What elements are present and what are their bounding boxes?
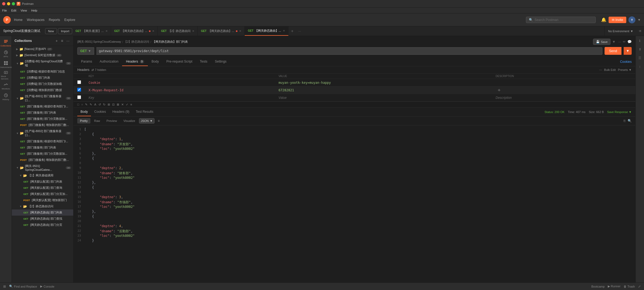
format-tab-raw[interactable]: Raw xyxy=(92,118,103,124)
header-checkbox-2[interactable] xyxy=(77,88,81,92)
toolbar-btn-12[interactable]: ✓ xyxy=(126,103,128,106)
add-tab-button[interactable]: + xyxy=(288,29,296,34)
nav-home[interactable]: Home xyxy=(14,18,23,22)
sidebar-item-mock-servers[interactable]: Mock Servers xyxy=(1,70,11,80)
send-dropdown-button[interactable]: ▼ xyxy=(624,47,632,55)
format-tab-preview[interactable]: Preview xyxy=(104,118,120,124)
avatar[interactable]: Y xyxy=(628,16,635,23)
list-item[interactable]: GET [消费端] 部门列表 xyxy=(12,75,73,81)
bulk-edit-button[interactable]: Bulk Edit xyxy=(604,68,616,71)
list-item[interactable]: GET [部门微服务] 根据ID查询部门I... xyxy=(12,103,73,110)
tab-settings[interactable]: Settings xyxy=(211,57,230,66)
toolbar-btn-1[interactable]: □ xyxy=(77,103,79,106)
tab-authorization[interactable]: Authorization xyxy=(96,57,122,66)
presets-button[interactable]: Presets ▼ xyxy=(618,68,632,71)
sidebar-item-history[interactable]: History xyxy=(1,92,11,102)
toolbar-btn-5[interactable]: A xyxy=(94,103,96,106)
toolbar-btn-10[interactable]: ⊠ xyxy=(117,103,119,106)
list-item[interactable]: ▼ 📂 [生产端-8001] 部门微服务接口... 38 xyxy=(12,93,73,103)
rail-button-resize[interactable]: ↕ xyxy=(636,63,644,70)
tab-headers[interactable]: Headers 9 xyxy=(122,57,148,66)
list-item[interactable]: ▼ 📂 【2】静态路由访问 xyxy=(12,203,73,209)
tab-close-4[interactable]: ✕ xyxy=(239,30,241,32)
list-item[interactable]: GET [消费端] 根据ID查询部门信息 xyxy=(12,68,73,75)
bootcamp-button[interactable]: Bootcamp xyxy=(591,285,605,288)
new-header-key[interactable]: Key xyxy=(89,96,94,100)
more-options-button[interactable]: ··· xyxy=(65,38,71,44)
list-item[interactable]: GET [部门微服务] 根据ID查询部门I... xyxy=(12,138,73,144)
list-item[interactable]: GET [网关静态路由] 部门查找 xyxy=(12,216,73,222)
toolbar-btn-11[interactable]: ✕ xyxy=(121,103,124,106)
format-type-selector[interactable]: JSON ▼ xyxy=(139,118,155,124)
list-item[interactable]: ▼ 📂 [生产端-8002] 部门微服务接口... 38 xyxy=(12,128,73,138)
maximize-button[interactable] xyxy=(12,2,15,5)
header-checkbox-new[interactable] xyxy=(77,95,81,99)
filter-button[interactable]: ≡ xyxy=(60,38,64,44)
response-tab-body[interactable]: Body xyxy=(77,108,91,116)
comment-icon[interactable]: 💬 xyxy=(627,40,632,44)
toolbar-btn-3[interactable]: ✎ xyxy=(85,103,87,106)
rail-button-info[interactable]: ℹ xyxy=(636,37,644,45)
toolbar-btn-4[interactable]: ✎ xyxy=(90,103,92,106)
toolbar-btn-2[interactable]: ○ xyxy=(81,103,83,106)
chevron-down-icon[interactable]: ▼ xyxy=(638,18,641,22)
invite-button[interactable]: ✉ Invite xyxy=(609,17,626,23)
tab-4[interactable]: GET 【网关静态路由】... ✕ xyxy=(198,26,245,36)
runner-button[interactable]: ▶ Runner xyxy=(608,285,620,288)
save-response-button[interactable]: Save Response ▼ xyxy=(607,110,632,114)
more-options-icon[interactable]: ··· xyxy=(618,40,621,44)
tab-params[interactable]: Params xyxy=(77,57,96,66)
list-item[interactable]: POST [部门微服务] 增加新的部门数... xyxy=(12,157,73,163)
response-tab-cookies[interactable]: Cookies xyxy=(91,108,109,116)
list-item[interactable]: GET [部门微服务] 部门分页数据加... xyxy=(12,116,73,122)
toolbar-btn-9[interactable]: ⊡ xyxy=(112,103,115,106)
cookies-link[interactable]: Cookies xyxy=(620,60,632,64)
new-header-value[interactable]: Value xyxy=(279,96,287,100)
filter-icon[interactable]: ≡ xyxy=(158,119,160,123)
tab-5[interactable]: GET 【网关静态路由】... ✕ xyxy=(245,26,288,36)
list-item[interactable]: GET [部门微服务] 部门列表 xyxy=(12,110,73,116)
console-button[interactable]: ▶ Console xyxy=(40,285,54,288)
list-item[interactable]: GET [部门微服务] 部门分页数据加... xyxy=(12,151,73,157)
url-input[interactable] xyxy=(96,47,603,55)
new-button[interactable]: New xyxy=(45,28,57,34)
tab-tests[interactable]: Tests xyxy=(196,57,211,66)
rail-button-upload[interactable]: ⬆ xyxy=(636,46,644,53)
tab-1[interactable]: GET 【网关-配置】... ✕ xyxy=(72,26,111,36)
list-item[interactable]: GET [部门微服务] 部门列表 xyxy=(12,144,73,151)
sidebar-item-monitors[interactable]: Monitors xyxy=(1,81,11,91)
close-button[interactable] xyxy=(2,2,5,5)
menu-view[interactable]: View xyxy=(21,9,27,12)
response-code-area[interactable]: 1[ 2 { 3 "deptno": 1, 4 "dname": "开发部", … xyxy=(74,125,635,282)
bottom-icon-expand[interactable]: ⤢ xyxy=(638,285,641,288)
copy-response-button[interactable]: ⎘ xyxy=(624,119,625,123)
list-item[interactable]: GET [网关静态路由] 部门列表 xyxy=(12,209,73,216)
new-header-desc[interactable]: Description xyxy=(496,96,512,100)
header-checkbox-1[interactable] xyxy=(77,80,81,84)
list-item[interactable]: GET [网关默认配置] 部门分页加... xyxy=(12,191,73,197)
response-tab-tests[interactable]: Test Results xyxy=(133,108,156,116)
menu-file[interactable]: File xyxy=(2,9,7,12)
list-item[interactable]: POST [部门微服务] 增加新的部门数... xyxy=(12,122,73,128)
tab-prerequest[interactable]: Pre-request Script xyxy=(163,57,196,66)
notification-icon[interactable]: 🔔 xyxy=(601,17,606,22)
add-collection-button[interactable]: + xyxy=(54,38,59,44)
sidebar-item-collections[interactable]: Collections xyxy=(1,38,11,48)
tab-2[interactable]: GET 【网关静态路由】... ✕ xyxy=(111,26,158,36)
list-item[interactable]: GET [网关静态路由] 部门分页 xyxy=(12,222,73,228)
import-button[interactable]: Import xyxy=(58,28,72,34)
tab-close-1[interactable]: ✕ xyxy=(105,30,108,32)
list-item[interactable]: GET [消费端] 增加新的部门数据 xyxy=(12,87,73,93)
toolbar-btn-13[interactable]: ≡ xyxy=(130,103,132,106)
nav-explore[interactable]: Explore xyxy=(64,18,75,22)
send-button[interactable]: Send xyxy=(605,47,621,55)
toolbar-btn-6[interactable]: ↺ xyxy=(98,103,101,106)
environment-selector[interactable]: No Environment ▼ xyxy=(605,26,636,36)
sidebar-item-apis[interactable]: APIs xyxy=(1,49,11,59)
list-item[interactable]: GET [网关默认配置] 部门列表 xyxy=(12,179,73,185)
tab-close-5[interactable]: ✕ xyxy=(283,29,285,32)
rail-button-list[interactable]: ☰ xyxy=(636,54,644,62)
nav-reports[interactable]: Reports xyxy=(49,18,60,22)
more-icon[interactable]: ··· xyxy=(599,68,602,72)
tab-body[interactable]: Body xyxy=(148,57,163,66)
